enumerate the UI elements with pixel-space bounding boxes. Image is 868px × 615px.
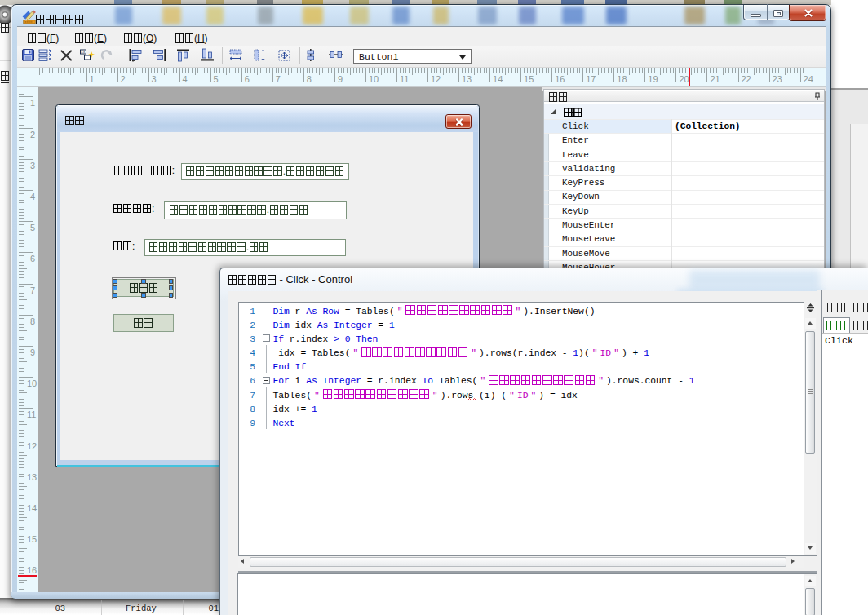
- svg-text:xx: xx: [81, 50, 86, 54]
